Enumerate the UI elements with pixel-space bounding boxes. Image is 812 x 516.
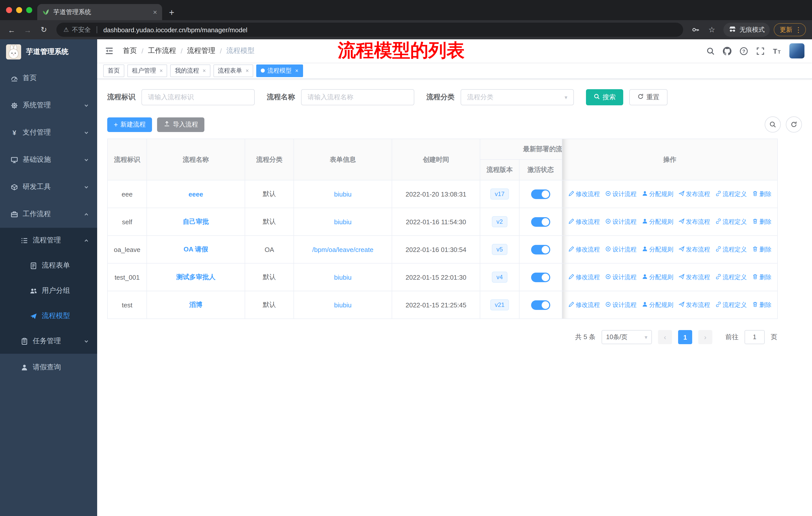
tag-my-process[interactable]: 我的流程× [170, 64, 210, 77]
publish-link[interactable]: 发布流程 [678, 217, 710, 226]
page-1-button[interactable]: 1 [678, 330, 692, 344]
sidebar-item-home[interactable]: 首页 [0, 64, 97, 92]
search-icon[interactable] [706, 47, 715, 55]
design-link[interactable]: 设计流程 [605, 273, 637, 281]
search-button[interactable]: 搜索 [586, 89, 623, 105]
reset-button[interactable]: 重置 [629, 89, 668, 105]
sidebar-item-workflow[interactable]: 工作流程 [0, 200, 97, 228]
browser-tab[interactable]: 芋道管理系统 × [37, 4, 162, 20]
forward-button[interactable]: → [20, 22, 35, 37]
sidebar-item-process-form[interactable]: 流程表单 [0, 253, 97, 278]
fold-sidebar-icon[interactable] [105, 46, 114, 55]
modify-link[interactable]: 修改流程 [568, 245, 600, 254]
refresh-table-button[interactable] [786, 116, 802, 133]
design-link[interactable]: 设计流程 [605, 217, 637, 226]
design-link[interactable]: 设计流程 [605, 190, 637, 198]
activation-toggle[interactable] [531, 217, 550, 226]
tag-close-icon[interactable]: × [295, 67, 298, 74]
assign-rule-link[interactable]: 分配规则 [642, 273, 673, 281]
sidebar-item-process-mgmt[interactable]: 流程管理 [0, 228, 97, 253]
form-info-link[interactable]: biubiu [334, 190, 351, 198]
zoom-window-button[interactable] [26, 7, 32, 13]
sidebar-item-user-group[interactable]: 用户分组 [0, 278, 97, 303]
browser-menu-icon[interactable]: ⋮ [795, 26, 802, 34]
password-key-icon[interactable] [688, 22, 703, 37]
reload-button[interactable]: ↻ [36, 22, 51, 37]
toggle-search-button[interactable] [765, 116, 781, 133]
delete-link[interactable]: 删除 [752, 245, 772, 254]
definition-link[interactable]: 流程定义 [715, 217, 747, 226]
modify-link[interactable]: 修改流程 [568, 217, 600, 226]
process-name-input[interactable]: 请输入流程名称 [301, 89, 414, 105]
assign-rule-link[interactable]: 分配规则 [642, 190, 673, 198]
create-model-button[interactable]: + 新建流程 [107, 117, 152, 132]
model-name-link[interactable]: 自己审批 [183, 218, 209, 225]
publish-link[interactable]: 发布流程 [678, 245, 710, 254]
design-link[interactable]: 设计流程 [605, 301, 637, 309]
tag-tenant-mgmt[interactable]: 租户管理× [127, 64, 167, 77]
activation-toggle[interactable] [531, 245, 550, 254]
delete-link[interactable]: 删除 [752, 217, 772, 226]
tag-home[interactable]: 首页 [103, 64, 124, 77]
tag-close-icon[interactable]: × [203, 67, 206, 74]
process-category-select[interactable]: 流程分类▾ [461, 89, 574, 105]
sidebar-item-dev-tools[interactable]: 研发工具 [0, 173, 97, 200]
fullscreen-icon[interactable] [756, 47, 765, 55]
process-key-input[interactable]: 请输入流程标识 [141, 89, 255, 105]
modify-link[interactable]: 修改流程 [568, 190, 600, 198]
sidebar-item-task-mgmt[interactable]: 任务管理 [0, 329, 97, 354]
bookmark-star-icon[interactable]: ☆ [704, 22, 719, 37]
model-name-link[interactable]: eeee [188, 190, 203, 198]
modify-link[interactable]: 修改流程 [568, 273, 600, 281]
definition-link[interactable]: 流程定义 [715, 190, 747, 198]
sidebar-item-system-mgmt[interactable]: 系统管理 [0, 92, 97, 119]
activation-toggle[interactable] [531, 272, 550, 282]
font-size-icon[interactable]: TT [773, 47, 781, 55]
tag-process-form[interactable]: 流程表单× [213, 64, 254, 77]
assign-rule-link[interactable]: 分配规则 [642, 301, 673, 309]
update-button[interactable]: 更新 ⋮ [774, 23, 806, 36]
model-name-link[interactable]: 测试多审批人 [176, 273, 215, 281]
activation-toggle[interactable] [531, 189, 550, 199]
import-model-button[interactable]: 导入流程 [157, 117, 204, 132]
breadcrumb-item[interactable]: 工作流程 [148, 46, 176, 55]
sidebar-item-process-model[interactable]: 流程模型 [0, 303, 97, 329]
back-button[interactable]: ← [4, 22, 19, 37]
user-avatar[interactable] [789, 43, 805, 58]
github-icon[interactable] [723, 47, 731, 55]
form-info-link[interactable]: biubiu [334, 273, 351, 281]
sidebar-item-infrastructure[interactable]: 基础设施 [0, 146, 97, 173]
definition-link[interactable]: 流程定义 [715, 273, 747, 281]
publish-link[interactable]: 发布流程 [678, 190, 710, 198]
help-icon[interactable]: ? [740, 47, 748, 55]
definition-link[interactable]: 流程定义 [715, 301, 747, 309]
assign-rule-link[interactable]: 分配规则 [642, 217, 673, 226]
address-bar[interactable]: ⚠ 不安全 dashboard.yudao.iocoder.cn/bpm/man… [56, 23, 683, 37]
prev-page-button[interactable]: ‹ [658, 330, 672, 344]
tag-close-icon[interactable]: × [160, 67, 163, 74]
page-size-select[interactable]: 10条/页 ▾ [602, 330, 652, 344]
model-name-link[interactable]: 滔博 [189, 301, 202, 308]
model-name-link[interactable]: OA 请假 [183, 245, 208, 253]
tag-close-icon[interactable]: × [246, 67, 249, 74]
delete-link[interactable]: 删除 [752, 301, 772, 309]
form-info-link[interactable]: biubiu [334, 301, 351, 309]
new-tab-button[interactable]: + [164, 5, 179, 20]
delete-link[interactable]: 删除 [752, 273, 772, 281]
form-info-link[interactable]: /bpm/oa/leave/create [312, 246, 374, 253]
activation-toggle[interactable] [531, 300, 550, 310]
breadcrumb-item[interactable]: 流程管理 [187, 46, 215, 55]
next-page-button[interactable]: › [698, 330, 712, 344]
sidebar-item-payment-mgmt[interactable]: ¥支付管理 [0, 119, 97, 146]
goto-page-input[interactable]: 1 [745, 330, 765, 344]
design-link[interactable]: 设计流程 [605, 245, 637, 254]
publish-link[interactable]: 发布流程 [678, 273, 710, 281]
tag-process-model[interactable]: 流程模型× [257, 64, 303, 77]
definition-link[interactable]: 流程定义 [715, 245, 747, 254]
assign-rule-link[interactable]: 分配规则 [642, 245, 673, 254]
breadcrumb-item[interactable]: 首页 [123, 46, 137, 55]
sidebar-item-leave-query[interactable]: 请假查询 [0, 354, 97, 381]
tab-close-icon[interactable]: × [153, 8, 157, 16]
form-info-link[interactable]: biubiu [334, 218, 351, 225]
publish-link[interactable]: 发布流程 [678, 301, 710, 309]
